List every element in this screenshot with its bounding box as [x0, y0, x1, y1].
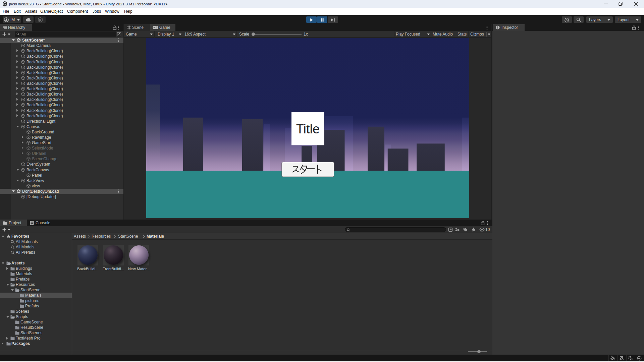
svg-text:Title: Title — [296, 122, 320, 136]
